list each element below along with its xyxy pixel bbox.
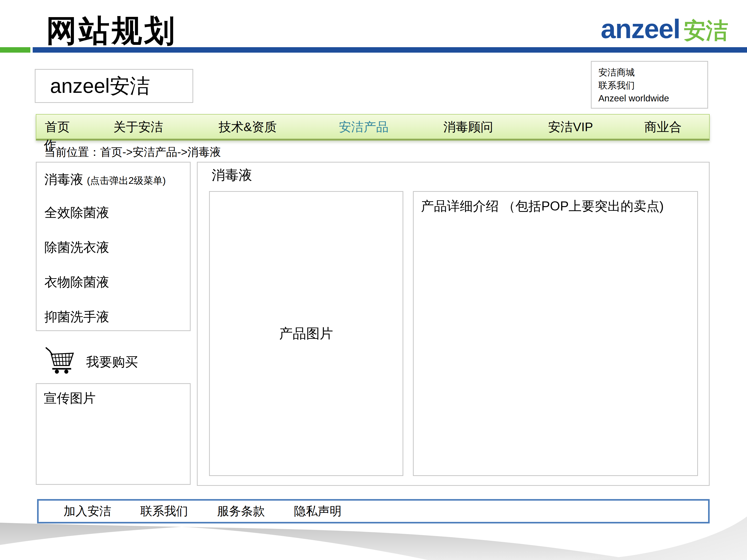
bottom-swoosh-decoration <box>0 516 747 560</box>
sidebar-title: 消毒液 (点击弹出2级菜单) <box>44 171 166 188</box>
sidebar-item-handwash[interactable]: 抑菌洗手液 <box>44 308 109 326</box>
top-links-box: 安洁商城 联系我们 Anzeel worldwide <box>591 61 708 109</box>
sidebar-title-text: 消毒液 <box>44 172 83 187</box>
top-link-contact[interactable]: 联系我们 <box>598 79 707 92</box>
page-title: 网站规划 <box>46 10 177 52</box>
top-link-worldwide[interactable]: Anzeel worldwide <box>598 92 707 105</box>
product-detail-label: 产品详细介绍 （包括POP上要突出的卖点) <box>414 192 697 215</box>
nav-item-vip[interactable]: 安洁VIP <box>548 114 593 139</box>
product-image-label: 产品图片 <box>279 325 333 343</box>
sidebar-item-quanxiao[interactable]: 全效除菌液 <box>44 204 109 221</box>
nav-item-advisor[interactable]: 消毒顾问 <box>443 114 493 139</box>
nav-item-products[interactable]: 安洁产品 <box>339 114 389 139</box>
site-logo-text: anzeel安洁 <box>35 70 192 102</box>
sidebar-title-note: (点击弹出2级菜单) <box>87 175 166 186</box>
nav-item-home[interactable]: 首页 <box>45 114 70 139</box>
top-link-mall[interactable]: 安洁商城 <box>598 66 707 79</box>
product-detail-box: 产品详细介绍 （包括POP上要突出的卖点) <box>413 191 698 476</box>
nav-item-about[interactable]: 关于安洁 <box>113 114 163 139</box>
shopping-cart-icon <box>45 346 78 374</box>
brand-logo: anzeel 安洁 <box>601 14 728 46</box>
accent-bar-green <box>0 47 30 53</box>
breadcrumb: 当前位置：首页->安洁产品->消毒液 <box>44 145 221 160</box>
promo-image-box: 宣传图片 <box>36 383 191 485</box>
promo-image-label: 宣传图片 <box>36 384 190 407</box>
product-image-box: 产品图片 <box>209 191 403 476</box>
main-nav-bar: 首页 关于安洁 技术&资质 安洁产品 消毒顾问 安洁VIP 商业合 <box>36 114 710 140</box>
nav-item-tech[interactable]: 技术&资质 <box>218 114 277 139</box>
main-content-box: 消毒液 产品图片 产品详细介绍 （包括POP上要突出的卖点) <box>197 162 710 486</box>
buy-now-label: 我要购买 <box>86 353 138 371</box>
sidebar-menu-box: 消毒液 (点击弹出2级菜单) 全效除菌液 除菌洗衣液 衣物除菌液 抑菌洗手液 <box>36 162 191 331</box>
brand-logo-en: anzeel <box>601 14 680 44</box>
sidebar-item-clothes[interactable]: 衣物除菌液 <box>44 273 109 291</box>
nav-item-business[interactable]: 商业合 <box>644 114 681 139</box>
nav-item-business-wrapped-char: 作 <box>44 137 56 154</box>
site-logo-box: anzeel安洁 <box>35 69 193 103</box>
buy-now-button[interactable]: 我要购买 <box>45 346 190 376</box>
sidebar-item-laundry[interactable]: 除菌洗衣液 <box>44 239 109 256</box>
main-content-title: 消毒液 <box>212 166 252 184</box>
brand-logo-cn: 安洁 <box>684 16 728 46</box>
accent-bar-blue <box>33 47 747 53</box>
